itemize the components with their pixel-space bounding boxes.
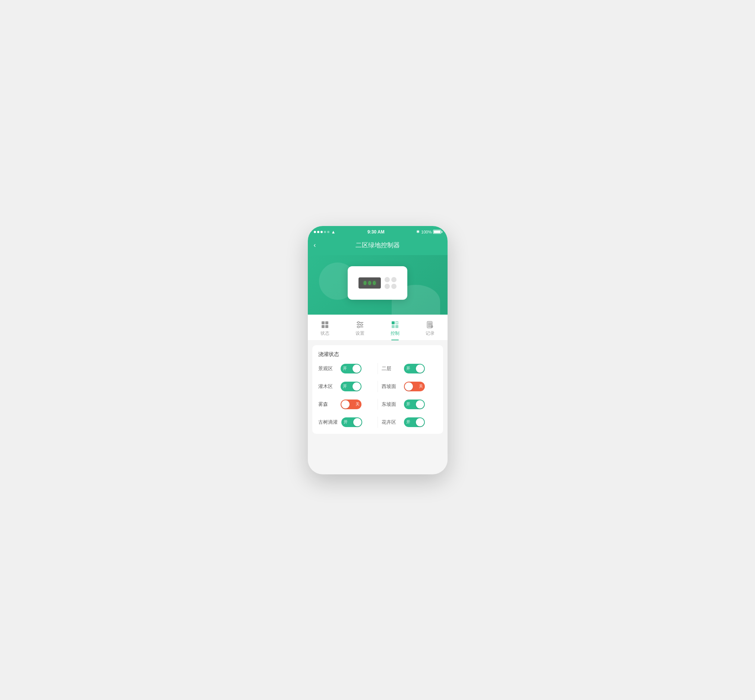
- control-section-card: 浇灌状态 景观区 开 二层 开: [312, 345, 443, 434]
- control-item-huahuequ: 花卉区 开: [378, 417, 437, 427]
- tab-active-indicator: [391, 339, 399, 340]
- label-jingguanqu: 景观区: [318, 365, 337, 372]
- bluetooth-icon: ✱: [416, 230, 420, 234]
- device-btn-4: [391, 284, 396, 289]
- digit-1: 0: [363, 280, 367, 286]
- control-icon: [391, 320, 399, 329]
- toggle-wusen[interactable]: 关: [341, 400, 362, 409]
- label-wusen: 雾森: [318, 401, 337, 408]
- device-display: 0 0 0: [359, 277, 381, 289]
- control-row-3: 雾森 关 东坡面 开: [318, 399, 437, 410]
- phone-frame: ▲ 9:30 AM ✱ 100% ‹ 二区绿地控制器 0 0 0: [308, 226, 448, 474]
- control-item-guanmuqu: 灌木区 开: [318, 382, 378, 391]
- battery-percent: 100%: [421, 230, 432, 234]
- toggle-wusen-text: 关: [356, 402, 360, 407]
- label-erceng: 二层: [382, 365, 400, 372]
- label-guanmuqu: 灌木区: [318, 383, 337, 390]
- toggle-dongpomian-text: 开: [406, 402, 410, 407]
- control-item-erceng: 二层 开: [378, 364, 437, 373]
- tab-settings[interactable]: 设置: [343, 317, 378, 340]
- records-icon: [426, 320, 434, 329]
- digit-2: 0: [368, 280, 371, 286]
- settings-icon: [356, 320, 364, 329]
- toggle-wusen-knob: [341, 400, 349, 408]
- tab-bar: 状态 设置 控制: [308, 315, 448, 341]
- hero-section: 0 0 0: [308, 255, 448, 315]
- label-xipomian: 西坡面: [382, 383, 400, 390]
- label-huahuequ: 花卉区: [382, 419, 400, 426]
- toggle-gushudiguan-knob: [353, 418, 362, 427]
- tab-records-label: 记录: [426, 330, 434, 337]
- tab-status[interactable]: 状态: [308, 317, 343, 340]
- toggle-dongpomian-knob: [416, 400, 424, 408]
- control-item-xipomian: 西坡面 关: [378, 382, 437, 391]
- toggle-jingguanqu[interactable]: 开: [341, 364, 362, 373]
- wifi-icon: ▲: [331, 230, 336, 234]
- toggle-guanmuqu[interactable]: 开: [341, 382, 362, 391]
- control-item-jingguanqu: 景观区 开: [318, 364, 378, 373]
- tab-control[interactable]: 控制: [378, 317, 412, 340]
- battery-bar: [433, 230, 441, 234]
- signal-dot-5: [327, 231, 329, 233]
- main-content: 浇灌状态 景观区 开 二层 开: [308, 341, 448, 471]
- device-card: 0 0 0: [348, 266, 407, 300]
- label-gushudiguan: 古树滴灌: [318, 419, 338, 426]
- signal-dot-4: [324, 231, 326, 233]
- signal-dot-1: [314, 231, 316, 233]
- status-time: 9:30 AM: [367, 230, 385, 234]
- digit-3: 0: [373, 280, 376, 286]
- tab-settings-label: 设置: [356, 330, 365, 337]
- status-bar: ▲ 9:30 AM ✱ 100%: [308, 226, 448, 237]
- header-title: 二区绿地控制器: [356, 241, 400, 250]
- svg-rect-3: [325, 325, 328, 328]
- status-icon: [321, 320, 329, 329]
- toggle-gushudiguan-text: 开: [344, 419, 348, 425]
- toggle-jingguanqu-text: 开: [343, 366, 347, 371]
- svg-rect-1: [325, 321, 328, 324]
- toggle-jingguanqu-knob: [352, 364, 361, 373]
- control-row-2: 灌木区 开 西坡面 关: [318, 381, 437, 392]
- svg-rect-0: [322, 321, 324, 324]
- toggle-gushudiguan[interactable]: 开: [341, 417, 362, 427]
- header: ‹ 二区绿地控制器: [308, 237, 448, 255]
- battery-fill: [434, 230, 440, 233]
- device-btn-2: [391, 277, 396, 282]
- signal-dot-2: [317, 231, 320, 233]
- toggle-erceng[interactable]: 开: [404, 364, 425, 373]
- control-row-4: 古树滴灌 开 花卉区 开: [318, 417, 437, 428]
- section-title: 浇灌状态: [318, 351, 437, 358]
- toggle-xipomian[interactable]: 关: [404, 382, 425, 391]
- toggle-guanmuqu-text: 开: [343, 383, 347, 389]
- back-button[interactable]: ‹: [314, 241, 316, 249]
- control-item-wusen: 雾森 关: [318, 400, 378, 409]
- control-item-dongpomian: 东坡面 开: [378, 400, 437, 409]
- toggle-dongpomian[interactable]: 开: [404, 400, 425, 409]
- battery-area: ✱ 100%: [416, 230, 441, 234]
- toggle-erceng-knob: [416, 364, 424, 373]
- svg-rect-10: [392, 321, 395, 324]
- signal-dot-3: [321, 231, 323, 233]
- toggle-guanmuqu-knob: [352, 383, 361, 391]
- label-dongpomian: 东坡面: [382, 401, 400, 408]
- svg-point-9: [358, 326, 360, 328]
- svg-rect-2: [322, 325, 324, 328]
- control-row-1: 景观区 开 二层 开: [318, 363, 437, 374]
- toggle-huahuequ-text: 开: [406, 419, 410, 425]
- signal-area: ▲: [314, 230, 336, 234]
- device-buttons: [385, 277, 396, 289]
- toggle-huahuequ[interactable]: 开: [404, 417, 425, 427]
- svg-point-8: [361, 323, 363, 325]
- toggle-huahuequ-knob: [416, 418, 424, 427]
- tab-records[interactable]: 记录: [412, 317, 448, 340]
- tab-status-label: 状态: [321, 330, 329, 337]
- toggle-erceng-text: 开: [406, 366, 410, 371]
- tab-control-label: 控制: [390, 330, 399, 337]
- svg-rect-13: [395, 325, 398, 328]
- toggle-xipomian-text: 关: [419, 383, 423, 389]
- device-btn-3: [385, 284, 390, 289]
- svg-rect-12: [392, 325, 395, 328]
- svg-point-7: [358, 321, 360, 323]
- device-btn-1: [385, 277, 390, 282]
- toggle-xipomian-knob: [405, 383, 413, 391]
- control-item-gushudiguan: 古树滴灌 开: [318, 417, 378, 427]
